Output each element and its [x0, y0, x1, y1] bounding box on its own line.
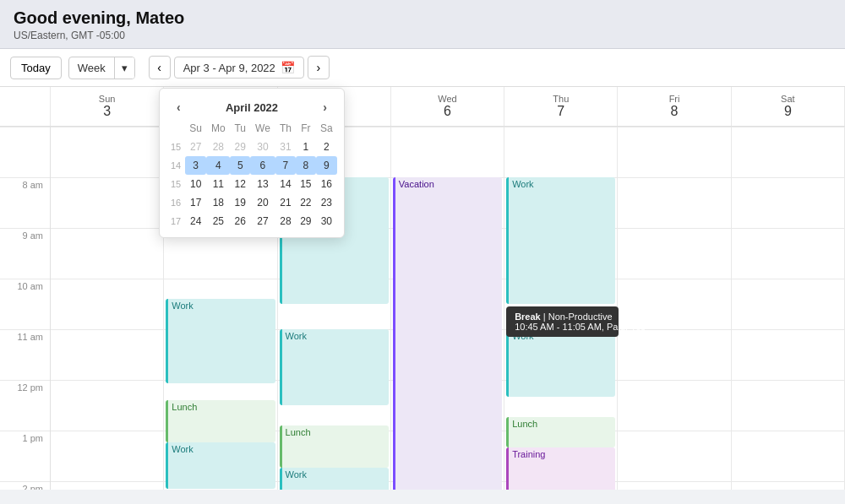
cal-header-day: Fri8: [618, 87, 731, 126]
time-label: 11 am: [0, 329, 50, 380]
calendar-container: Sun3Mon4Tue5Wed6Thu7Fri8Sat9 8 am9 am10 …: [0, 87, 845, 490]
mini-cal-day[interactable]: 26: [230, 212, 250, 230]
calendar-body: 8 am9 am10 am11 am12 pm1 pm2 pm3 pm4 pm5…: [0, 127, 845, 490]
mini-cal-su: Su: [185, 119, 206, 138]
mini-cal-day[interactable]: 25: [206, 212, 230, 230]
prev-week-button[interactable]: ‹: [149, 56, 171, 79]
cal-header-day: Thu7: [504, 87, 618, 126]
time-label: [0, 127, 50, 177]
event-work[interactable]: Work: [166, 299, 275, 383]
event-work[interactable]: Work: [166, 442, 275, 489]
mini-cal-day[interactable]: 20: [250, 193, 275, 212]
mini-cal-prev[interactable]: ‹: [172, 99, 186, 116]
mini-cal-day[interactable]: 21: [275, 193, 296, 212]
mini-cal-day[interactable]: 8: [296, 156, 316, 175]
hour-row: [51, 329, 163, 380]
hour-row: [51, 279, 163, 329]
view-dropdown-arrow[interactable]: ▾: [114, 57, 134, 79]
hour-row: [732, 481, 844, 490]
time-label: 2 pm: [0, 481, 50, 490]
mini-cal-weeknum: 14: [166, 156, 185, 175]
mini-cal-day[interactable]: 28: [275, 212, 296, 230]
mini-cal-day[interactable]: 27: [250, 212, 275, 230]
hour-row: [618, 380, 730, 431]
mini-cal-day[interactable]: 5: [230, 156, 250, 175]
mini-cal-day[interactable]: 24: [185, 212, 206, 230]
mini-cal-day[interactable]: 14: [275, 175, 296, 193]
day-column: WorkWorkLunchTrainingBreak | Non-Product…: [504, 127, 618, 490]
time-label: 12 pm: [0, 380, 50, 431]
mini-cal-day[interactable]: 16: [316, 175, 337, 193]
mini-cal-day[interactable]: 4: [206, 156, 230, 175]
toolbar: Today Week ▾ ‹ Apr 3 - Apr 9, 2022 📅 › ‹…: [0, 49, 845, 87]
mini-cal-th: Th: [275, 119, 296, 138]
mini-cal-day[interactable]: 29: [296, 212, 316, 230]
mini-cal-day[interactable]: 7: [275, 156, 296, 175]
mini-cal-day[interactable]: 23: [316, 193, 337, 212]
mini-cal-day[interactable]: 11: [206, 175, 230, 193]
mini-cal-day[interactable]: 28: [206, 138, 230, 156]
cal-header-day: Wed6: [391, 87, 504, 126]
mini-cal-day[interactable]: 9: [316, 156, 337, 175]
next-week-button[interactable]: ›: [308, 56, 330, 79]
mini-cal-next[interactable]: ›: [318, 99, 332, 116]
mini-cal-day[interactable]: 27: [185, 138, 206, 156]
mini-cal-day[interactable]: 31: [275, 138, 296, 156]
mini-cal-day[interactable]: 18: [206, 193, 230, 212]
mini-cal-day[interactable]: 19: [230, 193, 250, 212]
mini-cal-day[interactable]: 12: [230, 175, 250, 193]
mini-cal-day[interactable]: 2: [316, 138, 337, 156]
hour-row: [732, 228, 844, 279]
mini-cal-day[interactable]: 17: [185, 193, 206, 212]
mini-cal-header: ‹ April 2022 ›: [166, 95, 337, 119]
mini-cal-day[interactable]: 13: [250, 175, 275, 193]
date-nav: ‹ Apr 3 - Apr 9, 2022 📅 ›: [149, 56, 330, 79]
mini-cal-day[interactable]: 3: [185, 156, 206, 175]
hour-row: [51, 431, 163, 481]
time-label: 10 am: [0, 279, 50, 329]
hour-row: [618, 431, 730, 481]
view-selector[interactable]: Week ▾: [68, 57, 135, 79]
day-column: [51, 127, 164, 490]
calendar-icon: 📅: [281, 61, 295, 74]
date-range-box[interactable]: Apr 3 - Apr 9, 2022 📅: [174, 57, 304, 79]
event-lunch[interactable]: Lunch: [166, 400, 275, 442]
mini-cal-day[interactable]: 30: [250, 138, 275, 156]
hour-row: [51, 177, 163, 228]
hour-row: [51, 481, 163, 490]
mini-cal-day[interactable]: 30: [316, 212, 337, 230]
today-button[interactable]: Today: [10, 57, 62, 79]
hour-row: [618, 177, 730, 228]
day-column: Vacation: [391, 127, 504, 490]
hour-row: [51, 380, 163, 431]
hour-row: [391, 127, 504, 177]
event-vacation[interactable]: Vacation: [393, 177, 502, 490]
mini-cal-day[interactable]: 1: [296, 138, 316, 156]
event-work[interactable]: Work: [506, 329, 615, 397]
mini-cal-we: We: [250, 119, 275, 138]
mini-cal-weeknum: 16: [166, 193, 185, 212]
mini-cal-day[interactable]: 6: [250, 156, 275, 175]
mini-cal-month-label: April 2022: [226, 101, 278, 114]
hour-row: [618, 228, 730, 279]
calendar-header-row: Sun3Mon4Tue5Wed6Thu7Fri8Sat9: [0, 87, 845, 127]
mini-cal-weeknum: 17: [166, 212, 185, 230]
day-column: [732, 127, 845, 490]
mini-cal-weeknum: 15: [166, 175, 185, 193]
mini-cal-day[interactable]: 10: [185, 175, 206, 193]
event-lunch[interactable]: Lunch: [280, 425, 389, 468]
hour-row: [51, 228, 163, 279]
event-training[interactable]: Training: [506, 447, 615, 490]
mini-cal-day[interactable]: 22: [296, 193, 316, 212]
mini-cal-day[interactable]: 29: [230, 138, 250, 156]
event-lunch[interactable]: Lunch: [506, 417, 615, 447]
event-work[interactable]: Work: [506, 177, 615, 304]
mini-cal-day[interactable]: 15: [296, 175, 316, 193]
event-work[interactable]: Work: [280, 468, 389, 490]
cal-header-day: Sat9: [732, 87, 845, 126]
hour-row: [618, 329, 730, 380]
timezone-text: US/Eastern, GMT -05:00: [14, 30, 831, 41]
event-work[interactable]: Work: [280, 329, 389, 405]
hour-row: [51, 127, 163, 177]
time-label: 9 am: [0, 228, 50, 279]
